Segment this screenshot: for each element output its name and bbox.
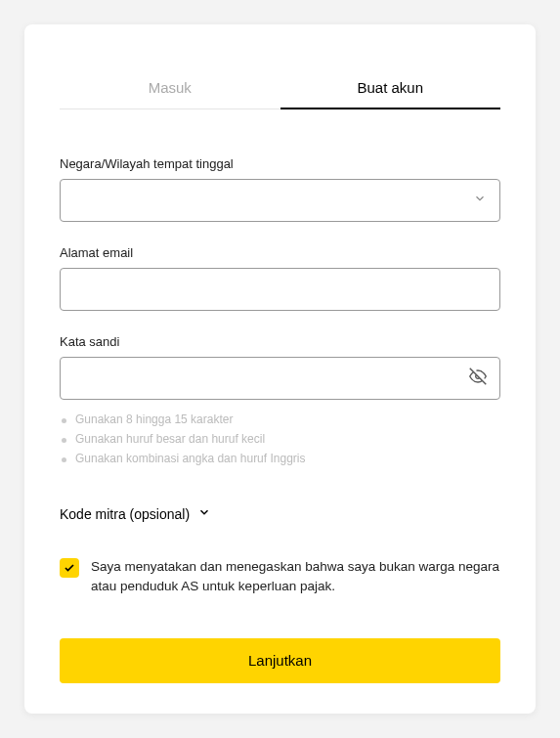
email-label: Alamat email [60, 245, 500, 260]
agreement-row: Saya menyatakan dan menegaskan bahwa say… [60, 557, 500, 597]
auth-tabs: Masuk Buat akun [60, 67, 500, 109]
hint-item: Gunakan 8 hingga 15 karakter [60, 410, 500, 429]
password-label: Kata sandi [60, 334, 500, 349]
eye-off-icon[interactable] [469, 368, 487, 389]
chevron-down-icon [197, 505, 211, 522]
password-input[interactable] [60, 357, 500, 400]
hint-item: Gunakan huruf besar dan huruf kecil [60, 429, 500, 449]
agreement-label: Saya menyatakan dan menegaskan bahwa say… [91, 557, 500, 597]
country-select[interactable] [60, 179, 500, 222]
country-label: Negara/Wilayah tempat tinggal [60, 156, 500, 171]
hint-item: Gunakan kombinasi angka dan huruf Inggri… [60, 449, 500, 468]
partner-code-label: Kode mitra (opsional) [60, 506, 190, 522]
email-field-group: Alamat email [60, 245, 500, 311]
continue-button[interactable]: Lanjutkan [60, 638, 500, 683]
country-field-group: Negara/Wilayah tempat tinggal [60, 156, 500, 222]
password-wrapper [60, 357, 500, 400]
agreement-checkbox[interactable] [60, 558, 79, 578]
email-input[interactable] [60, 268, 500, 311]
signup-card: Masuk Buat akun Negara/Wilayah tempat ti… [24, 24, 536, 714]
tab-login[interactable]: Masuk [60, 67, 280, 109]
password-field-group: Kata sandi Gunakan 8 hingga 15 karakter … [60, 334, 500, 468]
partner-code-toggle[interactable]: Kode mitra (opsional) [60, 505, 500, 522]
country-select-wrapper [60, 179, 500, 222]
password-hints: Gunakan 8 hingga 15 karakter Gunakan hur… [60, 410, 500, 468]
tab-signup[interactable]: Buat akun [280, 67, 501, 109]
